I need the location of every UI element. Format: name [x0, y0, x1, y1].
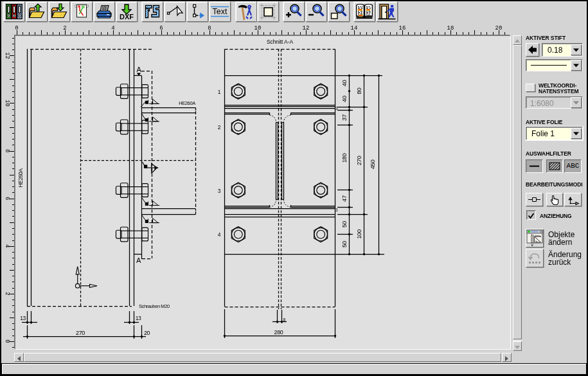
svg-text:DXF: DXF — [120, 13, 134, 21]
svg-text:0: 0 — [4, 339, 10, 343]
svg-text:6: 6 — [159, 25, 163, 31]
svg-text:HE260A: HE260A — [17, 168, 24, 188]
svg-text:HE260A: HE260A — [179, 100, 195, 106]
svg-text:12: 12 — [4, 52, 10, 59]
svg-text:47: 47 — [341, 195, 348, 202]
svg-text:8: 8 — [4, 149, 10, 152]
svg-text:4: 4 — [218, 231, 221, 238]
svg-text:0: 0 — [15, 25, 18, 31]
svg-text:14: 14 — [351, 25, 358, 31]
svg-text:3: 3 — [335, 106, 338, 111]
svg-text:1: 1 — [218, 89, 221, 95]
svg-text:270: 270 — [355, 156, 362, 166]
svg-text:12: 12 — [303, 25, 310, 31]
svg-text:2: 2 — [218, 124, 221, 130]
svg-text:280: 280 — [274, 329, 283, 336]
svg-text:13: 13 — [20, 315, 26, 321]
svg-text:50: 50 — [341, 221, 348, 228]
svg-text:4: 4 — [111, 25, 114, 31]
svg-text:16: 16 — [399, 25, 406, 31]
svg-text:450: 450 — [369, 160, 376, 170]
svg-text:20: 20 — [495, 25, 503, 31]
svg-text:Text: Text — [213, 7, 227, 16]
svg-text:Schrauben M20: Schrauben M20 — [139, 303, 170, 309]
svg-text:40: 40 — [341, 96, 348, 102]
svg-text:Schnitt A-A: Schnitt A-A — [267, 39, 293, 45]
svg-text:2: 2 — [4, 292, 10, 295]
svg-text:A: A — [136, 256, 141, 264]
svg-text:10: 10 — [254, 25, 262, 31]
svg-text:A: A — [137, 66, 142, 73]
svg-text:180: 180 — [341, 154, 348, 163]
svg-text:37: 37 — [341, 114, 348, 121]
svg-text:8: 8 — [208, 25, 211, 31]
svg-text:10: 10 — [4, 100, 10, 107]
svg-text:13: 13 — [136, 315, 141, 321]
svg-text:40: 40 — [341, 80, 348, 87]
svg-text:3: 3 — [335, 208, 338, 212]
svg-text:80: 80 — [355, 88, 362, 94]
svg-text:20: 20 — [144, 330, 150, 336]
svg-text:50: 50 — [341, 241, 348, 247]
svg-text:6: 6 — [4, 197, 10, 200]
svg-text:270: 270 — [76, 330, 85, 336]
svg-text:3: 3 — [218, 188, 221, 194]
svg-text:2: 2 — [63, 25, 66, 31]
svg-text:8: 8 — [283, 318, 286, 322]
svg-text:100: 100 — [355, 229, 362, 239]
svg-text:4: 4 — [4, 244, 10, 247]
svg-text:18: 18 — [447, 25, 454, 31]
